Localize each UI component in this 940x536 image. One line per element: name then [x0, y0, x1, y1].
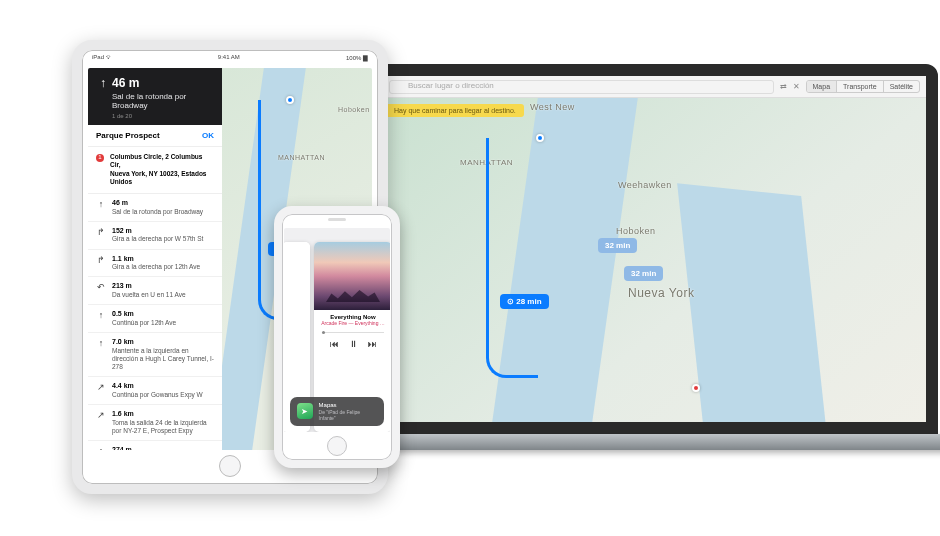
step-distance: 7.0 km — [112, 338, 214, 347]
direction-step[interactable]: ↱1.1 kmGira a la derecha por 12th Ave — [88, 250, 222, 278]
segment-satelite[interactable]: Satélite — [884, 81, 919, 92]
step-icon: ↑ — [96, 446, 106, 450]
ok-button[interactable]: OK — [202, 131, 214, 140]
home-button[interactable] — [219, 455, 241, 477]
step-distance: 152 m — [112, 227, 203, 236]
step-icon: ↑ — [96, 199, 106, 216]
step-text: Da vuelta en U en 11 Ave — [112, 291, 186, 299]
step-text: Sal de la rotonda por Broadway — [112, 208, 203, 216]
route-badge-alt2[interactable]: 32 min — [624, 266, 663, 281]
origin-row[interactable]: 1 Columbus Circle, 2 Columbus Cir, Nueva… — [88, 147, 222, 194]
direction-step[interactable]: ↗4.4 kmContinúa por Gowanus Expy W — [88, 377, 222, 405]
step-distance: 46 m — [112, 199, 203, 208]
iphone: Música Everything Now Arcade Fire — Ever… — [274, 206, 400, 468]
handoff-banner[interactable]: Mapas De "iPad de Felipe Infante" — [290, 397, 384, 426]
app-switcher[interactable]: Música Everything Now Arcade Fire — Ever… — [284, 228, 390, 432]
route-main — [486, 138, 538, 378]
step-icon: ↗ — [96, 410, 106, 435]
view-segmented[interactable]: Mapa Transporte Satélite — [806, 80, 920, 93]
direction-step[interactable]: ↑7.0 kmMantente a la izquierda en direcc… — [88, 333, 222, 377]
directions-sidebar: ↑46 m Sal de la rotonda por Broadway 1 d… — [88, 68, 222, 450]
macbook-screen: ◉ Buscar lugar o dirección ⇄ ✕ Mapa Tran… — [358, 64, 938, 434]
step-distance: 1.1 km — [112, 255, 200, 264]
label-weehawken: Weehawken — [618, 180, 672, 190]
east-river — [678, 183, 830, 434]
step-text: Gira a la derecha por W 57th St — [112, 235, 203, 243]
maps-app-icon — [297, 403, 313, 419]
step-icon: ↶ — [96, 282, 106, 299]
direction-step[interactable]: ↑274 m — [88, 441, 222, 450]
step-distance: 1.6 km — [112, 410, 214, 419]
status-right: 100% ▇ — [346, 54, 368, 61]
step-list[interactable]: ↑46 mSal de la rotonda por Broadway↱152 … — [88, 194, 222, 450]
direction-step[interactable]: ↗1.6 kmToma la salida 24 de la izquierda… — [88, 405, 222, 441]
status-time: 9:41 AM — [218, 54, 240, 61]
step-distance: 213 m — [112, 282, 186, 291]
playback-controls: ⏮ ⏸ ⏭ — [314, 335, 390, 357]
label-nueva-york: Nueva York — [628, 286, 694, 300]
track-subtitle: Arcade Fire — Everything … — [314, 320, 390, 330]
search-placeholder: Buscar lugar o dirección — [408, 81, 494, 90]
origin-marker-icon: 1 — [96, 154, 104, 162]
nav-banner[interactable]: ↑46 m Sal de la rotonda por Broadway 1 d… — [88, 68, 222, 125]
mac-toolbar: ◉ Buscar lugar o dirección ⇄ ✕ Mapa Tran… — [370, 76, 926, 98]
step-icon: ↱ — [96, 227, 106, 244]
step-text: Toma la salida 24 de la izquierda por NY… — [112, 419, 214, 435]
label-west-new: West New — [530, 102, 575, 112]
nav-distance: 46 m — [112, 76, 139, 90]
step-icon: ↑ — [96, 338, 106, 371]
label-hoboken: Hoboken — [338, 106, 370, 113]
up-arrow-icon: ↑ — [96, 76, 110, 90]
previous-icon[interactable]: ⏮ — [330, 339, 339, 349]
track-title: Everything Now — [314, 310, 390, 320]
search-input[interactable]: Buscar lugar o dirección — [389, 80, 774, 94]
destination-row[interactable]: Parque Prospect OK — [88, 125, 222, 147]
ipad-statusbar: iPad ᯤ 9:41 AM 100% ▇ — [92, 54, 368, 61]
close-icon[interactable]: ✕ — [793, 82, 800, 91]
segment-transporte[interactable]: Transporte — [837, 81, 884, 92]
next-icon[interactable]: ⏭ — [368, 339, 377, 349]
nav-instruction: Sal de la rotonda por Broadway — [96, 92, 214, 110]
direction-step[interactable]: ↑46 mSal de la rotonda por Broadway — [88, 194, 222, 222]
step-icon: ↑ — [96, 310, 106, 327]
handoff-subtitle: De "iPad de Felipe Infante" — [319, 409, 377, 421]
home-button[interactable] — [327, 436, 347, 456]
macbook: ◉ Buscar lugar o dirección ⇄ ✕ Mapa Tran… — [358, 64, 938, 450]
destination-name: Parque Prospect — [96, 131, 160, 140]
direction-step[interactable]: ↶213 mDa vuelta en U en 11 Ave — [88, 277, 222, 305]
route-badge-main[interactable]: ⊙ 28 min — [500, 294, 549, 309]
label-hoboken: Hoboken — [616, 226, 656, 236]
pause-icon[interactable]: ⏸ — [349, 339, 358, 349]
nav-step-counter: 1 de 20 — [96, 113, 214, 119]
progress-bar[interactable] — [322, 332, 384, 333]
destination-pin[interactable] — [692, 384, 700, 392]
macbook-base — [328, 434, 940, 450]
direction-step[interactable]: ↑0.5 kmContinúa por 12th Ave — [88, 305, 222, 333]
segment-mapa[interactable]: Mapa — [807, 81, 838, 92]
direction-step[interactable]: ↱152 mGira a la derecha por W 57th St — [88, 222, 222, 250]
walk-warning-banner: Hay que caminar para llegar al destino. — [376, 104, 524, 117]
step-icon: ↱ — [96, 255, 106, 272]
album-art — [314, 242, 390, 310]
step-text: Continúa por Gowanus Expy W — [112, 391, 203, 399]
route-badge-alt1[interactable]: 32 min — [598, 238, 637, 253]
mac-map[interactable]: Hay que caminar para llegar al destino. … — [370, 98, 926, 422]
step-distance: 274 m — [112, 446, 132, 450]
step-text: Continúa por 12th Ave — [112, 319, 176, 327]
step-icon: ↗ — [96, 382, 106, 399]
step-text: Gira a la derecha por 12th Ave — [112, 263, 200, 271]
handoff-title: Mapas — [319, 402, 377, 409]
origin-address: Columbus Circle, 2 Columbus Cir, Nueva Y… — [110, 153, 214, 187]
step-distance: 0.5 km — [112, 310, 176, 319]
status-left: iPad ᯤ — [92, 54, 112, 61]
directions-icon[interactable]: ⇄ — [780, 82, 787, 91]
step-text: Mantente a la izquierda en dirección a H… — [112, 347, 214, 371]
step-distance: 4.4 km — [112, 382, 203, 391]
